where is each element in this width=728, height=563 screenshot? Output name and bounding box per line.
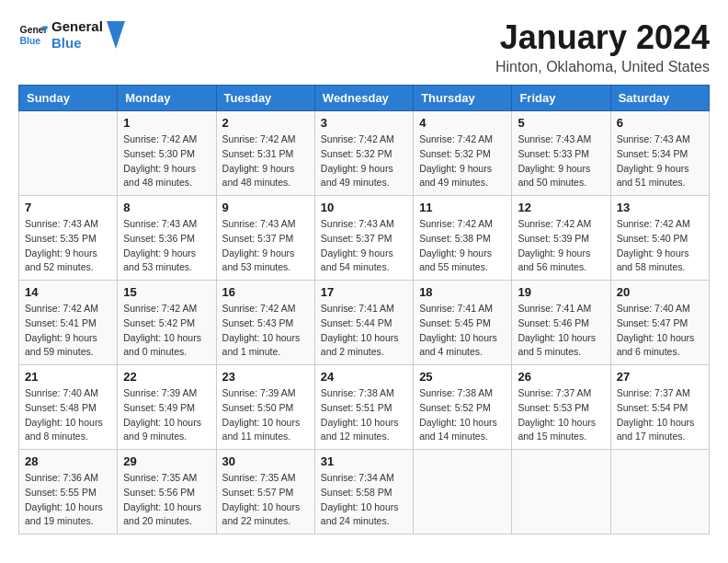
calendar-cell: 20Sunrise: 7:40 AM Sunset: 5:47 PM Dayli… bbox=[610, 281, 709, 365]
day-number: 17 bbox=[321, 285, 407, 299]
title-section: January 2024 Hinton, Oklahoma, United St… bbox=[495, 18, 710, 75]
day-number: 14 bbox=[25, 285, 111, 299]
day-number: 10 bbox=[321, 201, 407, 214]
day-number: 23 bbox=[222, 370, 309, 384]
calendar-cell: 10Sunrise: 7:43 AM Sunset: 5:37 PM Dayli… bbox=[314, 196, 413, 281]
weekday-header-sunday: Sunday bbox=[19, 86, 118, 111]
day-info: Sunrise: 7:41 AM Sunset: 5:44 PM Dayligh… bbox=[321, 302, 407, 360]
calendar-week-row: 7Sunrise: 7:43 AM Sunset: 5:35 PM Daylig… bbox=[19, 196, 710, 281]
day-info: Sunrise: 7:42 AM Sunset: 5:40 PM Dayligh… bbox=[617, 217, 703, 275]
calendar-cell: 4Sunrise: 7:42 AM Sunset: 5:32 PM Daylig… bbox=[414, 111, 512, 196]
calendar-cell: 27Sunrise: 7:37 AM Sunset: 5:54 PM Dayli… bbox=[610, 365, 709, 450]
calendar-cell: 13Sunrise: 7:42 AM Sunset: 5:40 PM Dayli… bbox=[610, 196, 709, 281]
calendar-cell: 15Sunrise: 7:42 AM Sunset: 5:42 PM Dayli… bbox=[118, 281, 216, 365]
day-number: 4 bbox=[419, 116, 506, 130]
day-number: 27 bbox=[617, 370, 703, 384]
day-info: Sunrise: 7:42 AM Sunset: 5:30 PM Dayligh… bbox=[123, 132, 210, 190]
day-number: 22 bbox=[123, 370, 210, 384]
day-number: 9 bbox=[222, 201, 309, 214]
day-info: Sunrise: 7:42 AM Sunset: 5:38 PM Dayligh… bbox=[419, 217, 506, 275]
logo-wordmark: General Blue bbox=[51, 18, 103, 52]
day-number: 1 bbox=[123, 116, 210, 130]
calendar-cell: 22Sunrise: 7:39 AM Sunset: 5:49 PM Dayli… bbox=[118, 365, 216, 450]
day-info: Sunrise: 7:35 AM Sunset: 5:57 PM Dayligh… bbox=[222, 471, 309, 529]
day-info: Sunrise: 7:41 AM Sunset: 5:46 PM Dayligh… bbox=[518, 302, 604, 360]
day-info: Sunrise: 7:42 AM Sunset: 5:31 PM Dayligh… bbox=[222, 132, 309, 190]
calendar-cell: 5Sunrise: 7:43 AM Sunset: 5:33 PM Daylig… bbox=[512, 111, 610, 196]
calendar-cell: 11Sunrise: 7:42 AM Sunset: 5:38 PM Dayli… bbox=[414, 196, 512, 281]
calendar-cell bbox=[19, 111, 118, 196]
day-number: 29 bbox=[123, 454, 210, 468]
calendar-cell bbox=[414, 450, 512, 534]
weekday-header-monday: Monday bbox=[118, 86, 216, 111]
logo-icon: General Blue bbox=[18, 20, 48, 50]
day-info: Sunrise: 7:34 AM Sunset: 5:58 PM Dayligh… bbox=[321, 471, 407, 529]
calendar-cell: 28Sunrise: 7:36 AM Sunset: 5:55 PM Dayli… bbox=[19, 450, 118, 534]
day-info: Sunrise: 7:38 AM Sunset: 5:51 PM Dayligh… bbox=[321, 386, 407, 444]
day-number: 24 bbox=[321, 370, 407, 384]
day-number: 12 bbox=[518, 201, 604, 214]
day-info: Sunrise: 7:38 AM Sunset: 5:52 PM Dayligh… bbox=[419, 386, 506, 444]
calendar-cell: 31Sunrise: 7:34 AM Sunset: 5:58 PM Dayli… bbox=[314, 450, 413, 534]
day-info: Sunrise: 7:40 AM Sunset: 5:47 PM Dayligh… bbox=[617, 302, 703, 360]
day-number: 26 bbox=[518, 370, 604, 384]
day-info: Sunrise: 7:43 AM Sunset: 5:36 PM Dayligh… bbox=[123, 217, 210, 275]
day-info: Sunrise: 7:42 AM Sunset: 5:42 PM Dayligh… bbox=[123, 302, 210, 360]
day-info: Sunrise: 7:43 AM Sunset: 5:37 PM Dayligh… bbox=[321, 217, 407, 275]
calendar-cell: 8Sunrise: 7:43 AM Sunset: 5:36 PM Daylig… bbox=[118, 196, 216, 281]
calendar-cell: 14Sunrise: 7:42 AM Sunset: 5:41 PM Dayli… bbox=[19, 281, 118, 365]
day-number: 20 bbox=[617, 285, 703, 299]
day-number: 30 bbox=[222, 454, 309, 468]
day-number: 18 bbox=[419, 285, 506, 299]
day-info: Sunrise: 7:40 AM Sunset: 5:48 PM Dayligh… bbox=[25, 386, 111, 444]
calendar-cell bbox=[610, 450, 709, 534]
day-number: 13 bbox=[617, 201, 703, 214]
day-info: Sunrise: 7:42 AM Sunset: 5:32 PM Dayligh… bbox=[419, 132, 506, 190]
calendar-cell: 12Sunrise: 7:42 AM Sunset: 5:39 PM Dayli… bbox=[512, 196, 610, 281]
calendar-cell: 3Sunrise: 7:42 AM Sunset: 5:32 PM Daylig… bbox=[314, 111, 413, 196]
day-number: 11 bbox=[419, 201, 506, 214]
day-number: 8 bbox=[123, 201, 210, 214]
day-number: 2 bbox=[222, 116, 309, 130]
day-number: 31 bbox=[321, 454, 407, 468]
day-info: Sunrise: 7:39 AM Sunset: 5:50 PM Dayligh… bbox=[222, 386, 309, 444]
day-info: Sunrise: 7:43 AM Sunset: 5:35 PM Dayligh… bbox=[25, 217, 111, 275]
page-header: General Blue General Blue January 2024 H… bbox=[18, 18, 710, 75]
svg-marker-3 bbox=[107, 21, 125, 49]
weekday-header-tuesday: Tuesday bbox=[216, 86, 314, 111]
weekday-header-thursday: Thursday bbox=[414, 86, 512, 111]
day-info: Sunrise: 7:39 AM Sunset: 5:49 PM Dayligh… bbox=[123, 386, 210, 444]
calendar-cell: 2Sunrise: 7:42 AM Sunset: 5:31 PM Daylig… bbox=[216, 111, 314, 196]
day-number: 28 bbox=[25, 454, 111, 468]
calendar-cell: 17Sunrise: 7:41 AM Sunset: 5:44 PM Dayli… bbox=[314, 281, 413, 365]
day-info: Sunrise: 7:41 AM Sunset: 5:45 PM Dayligh… bbox=[419, 302, 506, 360]
day-info: Sunrise: 7:42 AM Sunset: 5:43 PM Dayligh… bbox=[222, 302, 309, 360]
day-number: 16 bbox=[222, 285, 309, 299]
svg-text:Blue: Blue bbox=[20, 36, 41, 46]
calendar-cell: 24Sunrise: 7:38 AM Sunset: 5:51 PM Dayli… bbox=[314, 365, 413, 450]
day-info: Sunrise: 7:43 AM Sunset: 5:33 PM Dayligh… bbox=[518, 132, 604, 190]
day-number: 25 bbox=[419, 370, 506, 384]
day-info: Sunrise: 7:37 AM Sunset: 5:53 PM Dayligh… bbox=[518, 386, 604, 444]
weekday-header-row: SundayMondayTuesdayWednesdayThursdayFrid… bbox=[19, 86, 710, 111]
calendar-week-row: 28Sunrise: 7:36 AM Sunset: 5:55 PM Dayli… bbox=[19, 450, 710, 534]
calendar-cell: 29Sunrise: 7:35 AM Sunset: 5:56 PM Dayli… bbox=[118, 450, 216, 534]
calendar-week-row: 14Sunrise: 7:42 AM Sunset: 5:41 PM Dayli… bbox=[19, 281, 710, 365]
day-info: Sunrise: 7:42 AM Sunset: 5:41 PM Dayligh… bbox=[25, 302, 111, 360]
day-info: Sunrise: 7:36 AM Sunset: 5:55 PM Dayligh… bbox=[25, 471, 111, 529]
day-number: 6 bbox=[617, 116, 703, 130]
calendar-cell: 25Sunrise: 7:38 AM Sunset: 5:52 PM Dayli… bbox=[414, 365, 512, 450]
day-info: Sunrise: 7:35 AM Sunset: 5:56 PM Dayligh… bbox=[123, 471, 210, 529]
calendar-cell: 9Sunrise: 7:43 AM Sunset: 5:37 PM Daylig… bbox=[216, 196, 314, 281]
calendar-cell: 18Sunrise: 7:41 AM Sunset: 5:45 PM Dayli… bbox=[414, 281, 512, 365]
calendar-week-row: 1Sunrise: 7:42 AM Sunset: 5:30 PM Daylig… bbox=[19, 111, 710, 196]
calendar-cell: 19Sunrise: 7:41 AM Sunset: 5:46 PM Dayli… bbox=[512, 281, 610, 365]
calendar-cell: 21Sunrise: 7:40 AM Sunset: 5:48 PM Dayli… bbox=[19, 365, 118, 450]
calendar-cell: 7Sunrise: 7:43 AM Sunset: 5:35 PM Daylig… bbox=[19, 196, 118, 281]
month-title: January 2024 bbox=[495, 18, 710, 57]
logo-arrow-icon bbox=[107, 21, 125, 49]
calendar-cell bbox=[512, 450, 610, 534]
calendar-table: SundayMondayTuesdayWednesdayThursdayFrid… bbox=[18, 85, 710, 534]
day-number: 19 bbox=[518, 285, 604, 299]
calendar-cell: 1Sunrise: 7:42 AM Sunset: 5:30 PM Daylig… bbox=[118, 111, 216, 196]
